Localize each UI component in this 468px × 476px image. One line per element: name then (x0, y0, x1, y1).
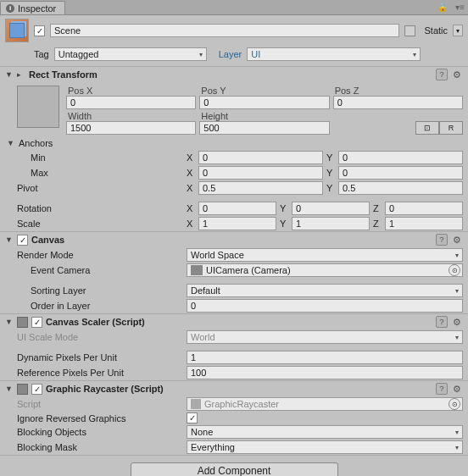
lock-icon[interactable]: 🔒 (437, 3, 448, 12)
anchor-min-x[interactable]: 0 (198, 151, 323, 164)
scale-label: Scale (17, 219, 187, 229)
reference-ppu-input[interactable]: 100 (187, 366, 463, 379)
foldout-icon[interactable]: ▼ (5, 385, 14, 393)
ui-scale-mode-label: UI Scale Mode (17, 332, 187, 342)
anchor-preset-button[interactable] (17, 86, 59, 128)
rect-transform-header[interactable]: ▼ ▸ Rect Transform ? ⚙ (0, 67, 468, 82)
script-icon (17, 384, 28, 395)
width-input[interactable]: 1500 (66, 121, 196, 135)
object-picker-icon: ⊙ (448, 398, 460, 410)
posz-label: Pos Z (333, 86, 463, 96)
gear-icon[interactable]: ⚙ (451, 234, 463, 246)
foldout-icon-2: ▸ (17, 70, 25, 79)
canvas-scaler-enabled-checkbox[interactable]: ✓ (31, 317, 42, 328)
help-icon[interactable]: ? (436, 69, 448, 80)
ignore-reversed-checkbox[interactable]: ✓ (187, 412, 198, 423)
help-icon[interactable]: ? (436, 316, 448, 328)
layer-label: Layer (219, 49, 242, 59)
name-input[interactable]: Scene (50, 24, 399, 37)
rect-transform-component: ▼ ▸ Rect Transform ? ⚙ Pos X0 Pos Y0 Pos… (0, 66, 468, 231)
order-input[interactable]: 0 (187, 299, 463, 313)
rotation-label: Rotation (17, 203, 187, 213)
pivot-y[interactable]: 0.5 (338, 181, 463, 195)
anchors-label: Anchors (19, 138, 53, 148)
blocking-objects-dropdown[interactable]: None (187, 425, 463, 439)
component-title: Canvas (31, 235, 432, 245)
info-icon: i (6, 4, 14, 13)
object-picker-icon[interactable]: ⊙ (448, 264, 460, 276)
anchor-max-x[interactable]: 0 (198, 166, 323, 180)
anchor-max-y[interactable]: 0 (338, 166, 463, 180)
tab-bar: i Inspector 🔒 ▾≡ (0, 0, 468, 15)
rot-x[interactable]: 0 (198, 202, 276, 215)
min-label: Min (17, 152, 187, 163)
foldout-icon: ▼ (7, 139, 15, 147)
posz-input[interactable]: 0 (333, 96, 463, 109)
gameobject-icon[interactable] (5, 19, 29, 42)
order-label: Order in Layer (17, 301, 187, 311)
gameobject-header: ✓ Scene Static ▾ (0, 15, 468, 46)
component-title: Canvas Scaler (Script) (46, 317, 432, 327)
foldout-icon[interactable]: ▼ (5, 235, 14, 244)
add-component-button[interactable]: Add Component (131, 462, 338, 476)
rot-y[interactable]: 0 (292, 202, 370, 215)
posx-input[interactable]: 0 (66, 96, 196, 109)
blueprint-button[interactable]: ⊡ (415, 121, 439, 135)
canvas-scaler-header[interactable]: ▼ ✓ Canvas Scaler (Script) ? ⚙ (0, 314, 468, 329)
graphic-raycaster-component: ▼ ✓ Graphic Raycaster (Script) ? ⚙ Scrip… (0, 380, 468, 455)
posx-label: Pos X (66, 86, 196, 96)
posy-input[interactable]: 0 (199, 96, 329, 109)
static-dropdown-button[interactable]: ▾ (453, 25, 463, 36)
posy-label: Pos Y (199, 86, 329, 96)
camera-icon (191, 265, 203, 275)
canvas-component: ▼ ✓ Canvas ? ⚙ Render ModeWorld Space Ev… (0, 231, 468, 313)
tag-dropdown[interactable]: Untagged (54, 47, 207, 61)
tab-title: Inspector (18, 3, 56, 14)
scale-x[interactable]: 1 (198, 217, 276, 230)
gear-icon[interactable]: ⚙ (451, 69, 463, 80)
tag-layer-row: Tag Untagged Layer UI (0, 46, 468, 66)
active-checkbox[interactable]: ✓ (34, 25, 45, 36)
component-title: Graphic Raycaster (Script) (46, 384, 432, 394)
event-camera-field[interactable]: UICamera (Camera)⊙ (187, 263, 463, 277)
blocking-mask-dropdown[interactable]: Everything (187, 440, 463, 454)
foldout-icon[interactable]: ▼ (5, 70, 14, 79)
graphic-raycaster-header[interactable]: ▼ ✓ Graphic Raycaster (Script) ? ⚙ (0, 381, 468, 396)
pivot-label: Pivot (17, 183, 187, 193)
blocking-objects-label: Blocking Objects (17, 427, 187, 437)
static-label: Static (424, 25, 448, 36)
pivot-x[interactable]: 0.5 (198, 181, 323, 195)
gear-icon[interactable]: ⚙ (451, 316, 463, 328)
dynamic-ppu-input[interactable]: 1 (187, 351, 463, 364)
component-title: Rect Transform (29, 69, 432, 80)
canvas-header[interactable]: ▼ ✓ Canvas ? ⚙ (0, 232, 468, 247)
render-mode-dropdown[interactable]: World Space (187, 248, 463, 262)
canvas-scaler-component: ▼ ✓ Canvas Scaler (Script) ? ⚙ UI Scale … (0, 313, 468, 380)
height-input[interactable]: 500 (199, 121, 329, 135)
scale-y[interactable]: 1 (292, 217, 370, 230)
help-icon[interactable]: ? (436, 234, 448, 246)
rot-z[interactable]: 0 (385, 202, 463, 215)
anchors-foldout[interactable]: ▼Anchors (7, 138, 463, 148)
sorting-layer-dropdown[interactable]: Default (187, 284, 463, 297)
tab-menu-icon[interactable]: ▾≡ (455, 3, 465, 12)
anchor-min-y[interactable]: 0 (338, 151, 463, 164)
layer-dropdown[interactable]: UI (247, 47, 421, 61)
canvas-enabled-checkbox[interactable]: ✓ (17, 235, 28, 246)
event-camera-label: Event Camera (17, 265, 187, 275)
raw-edit-button[interactable]: R (439, 121, 463, 135)
max-label: Max (17, 168, 187, 178)
script-file-icon (191, 399, 201, 409)
foldout-icon[interactable]: ▼ (5, 318, 14, 326)
static-checkbox[interactable] (404, 25, 415, 36)
help-icon[interactable]: ? (436, 383, 448, 395)
inspector-tab[interactable]: i Inspector (0, 1, 65, 14)
gear-icon[interactable]: ⚙ (451, 383, 463, 395)
ignore-reversed-label: Ignore Reversed Graphics (17, 413, 187, 423)
reference-ppu-label: Reference Pixels Per Unit (17, 368, 187, 378)
scale-z[interactable]: 1 (385, 217, 463, 230)
script-label: Script (17, 399, 187, 409)
height-label: Height (199, 111, 329, 121)
raycaster-enabled-checkbox[interactable]: ✓ (31, 384, 42, 395)
script-icon (17, 317, 28, 328)
